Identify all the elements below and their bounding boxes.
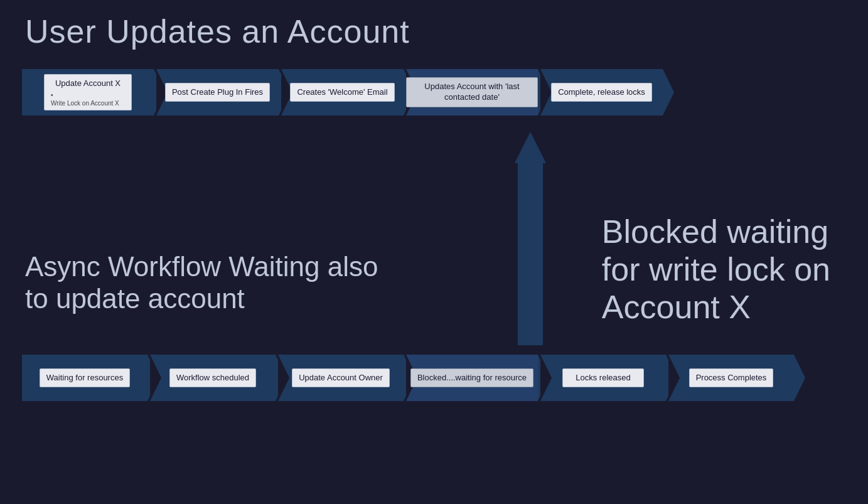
top-step-1-label: Update Account X • Write Lock on Account… — [44, 74, 132, 110]
top-step-1-text: Update Account X — [51, 78, 125, 89]
bottom-step-4: Blocked....waiting for resource — [406, 355, 538, 401]
async-workflow-label: Async Workflow Waiting also to update ac… — [25, 251, 389, 314]
bottom-step-2: Workflow scheduled — [150, 355, 276, 401]
bottom-step-2-label: Workflow scheduled — [169, 368, 256, 388]
page-title: User Updates an Account — [25, 13, 410, 50]
top-step-5-label: Complete, release locks — [551, 83, 652, 102]
bottom-step-5-label: Locks released — [562, 368, 644, 388]
bottom-step-6: Process Completes — [668, 355, 794, 401]
blocked-waiting-label: Blocked waiting for write lock on Accoun… — [602, 213, 830, 326]
top-flow-row: Update Account X • Write Lock on Account… — [22, 69, 663, 115]
top-step-1: Update Account X • Write Lock on Account… — [22, 69, 154, 115]
top-step-3: Creates 'Welcome' Email — [281, 69, 404, 115]
top-step-2-label: Post Create Plug In Fires — [165, 83, 270, 102]
bottom-step-3-label: Update Account Owner — [292, 368, 390, 388]
bottom-flow-row: Waiting for resources Workflow scheduled… — [22, 355, 794, 401]
top-step-3-label: Creates 'Welcome' Email — [290, 83, 394, 102]
bottom-step-3: Update Account Owner — [278, 355, 404, 401]
bottom-step-6-label: Process Completes — [689, 368, 774, 388]
top-step-4-label: Updates Account with 'last contacted dat… — [406, 77, 538, 107]
bottom-step-1-label: Waiting for resources — [40, 368, 130, 388]
top-step-1-sub: • Write Lock on Account X — [51, 91, 125, 107]
bottom-step-4-label: Blocked....waiting for resource — [410, 368, 533, 388]
blocked-arrow — [515, 132, 546, 345]
top-step-4: Updates Account with 'last contacted dat… — [406, 69, 538, 115]
top-step-5: Complete, release locks — [540, 69, 663, 115]
bottom-step-1: Waiting for resources — [22, 355, 147, 401]
top-step-2: Post Create Plug In Fires — [156, 69, 279, 115]
bottom-step-5: Locks released — [540, 355, 666, 401]
